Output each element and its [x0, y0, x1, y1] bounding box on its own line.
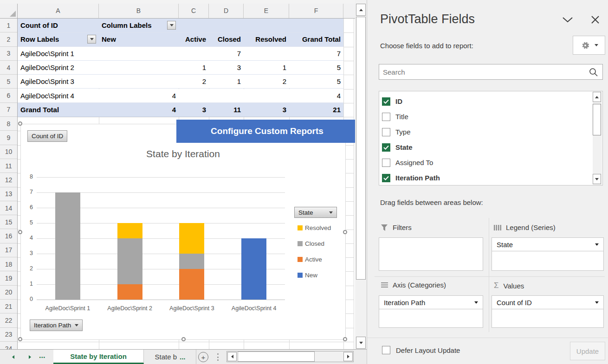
field-checkbox[interactable] [382, 174, 390, 182]
bar-segment-resolved[interactable] [117, 223, 142, 238]
list-scroll-up-button[interactable] [593, 92, 601, 102]
search-icon[interactable] [589, 68, 598, 77]
pivot-col-resolved[interactable]: Resolved [244, 32, 289, 46]
close-icon[interactable] [591, 16, 599, 24]
cell[interactable]: 4 [99, 89, 179, 102]
chart-handle-top-left[interactable] [18, 121, 22, 126]
column-header-D[interactable]: D [209, 4, 244, 18]
sheet-tab-partial[interactable]: State b ... [144, 350, 196, 364]
chart-handle-mid-left[interactable] [18, 230, 22, 234]
bar-segment-new[interactable] [241, 238, 266, 300]
row-header-8[interactable]: 8 [0, 117, 17, 131]
cell[interactable]: 3 [244, 103, 289, 116]
legend-item-closed[interactable]: Closed [298, 240, 324, 247]
cell[interactable]: 3 [179, 103, 209, 116]
cell[interactable] [244, 47, 289, 60]
cell[interactable] [99, 61, 179, 74]
scroll-right-button[interactable] [343, 352, 353, 361]
field-checkbox[interactable] [382, 143, 390, 152]
bar-segment-active[interactable] [179, 269, 204, 300]
field-item-assigned-to[interactable]: Assigned To [382, 155, 433, 170]
field-list-scrollbar[interactable] [593, 92, 602, 185]
cell[interactable]: 2 [244, 75, 289, 88]
configure-custom-reports-banner[interactable]: Configure Custom Reports [176, 120, 355, 143]
row-header-24[interactable]: 24 [0, 342, 17, 349]
pivot-col-grand-total[interactable]: Grand Total [289, 32, 343, 46]
column-header-F[interactable]: F [289, 4, 343, 18]
cell[interactable]: 4 [289, 89, 343, 102]
column-headers[interactable]: ABCDEF [0, 4, 355, 19]
chart-value-field-button[interactable]: Count of ID [27, 130, 67, 142]
row-header-11[interactable]: 11 [0, 159, 17, 173]
legend-item-active[interactable]: Active [298, 255, 322, 263]
bar-segment-closed[interactable] [55, 192, 80, 300]
field-checkbox[interactable] [382, 113, 390, 121]
pivot-cell-a1[interactable]: Count of ID [18, 19, 99, 32]
row-header-22[interactable]: 22 [0, 313, 17, 327]
next-sheet-button[interactable] [26, 353, 33, 361]
row-header-13[interactable]: 13 [0, 187, 17, 201]
chart-handle-mid-right[interactable] [343, 230, 347, 234]
bar-segment-closed[interactable] [179, 254, 204, 269]
vertical-scroll-thumb[interactable] [356, 17, 366, 280]
cell[interactable]: 3 [209, 61, 244, 74]
list-scroll-down-button[interactable] [593, 174, 601, 184]
row-label[interactable]: AgileDoc\Sprint 3 [18, 75, 99, 88]
field-checkbox[interactable] [382, 159, 390, 167]
add-sheet-button[interactable]: + [198, 352, 208, 362]
defer-layout-checkbox[interactable] [382, 346, 390, 354]
bar-segment-active[interactable] [117, 284, 142, 300]
row-header-3[interactable]: 3 [0, 47, 17, 61]
row-header-10[interactable]: 10 [0, 145, 17, 159]
row-header-23[interactable]: 23 [0, 328, 17, 342]
cell[interactable] [99, 75, 179, 88]
chart-axis-field-button[interactable]: Iteration Path [30, 319, 83, 331]
row-header-2[interactable]: 2 [0, 32, 17, 46]
chart-title[interactable]: State by Iteration [21, 148, 345, 160]
update-button[interactable]: Update [570, 342, 605, 360]
tools-button[interactable] [573, 36, 605, 55]
horizontal-scrollbar[interactable] [226, 351, 354, 362]
row-header-18[interactable]: 18 [0, 257, 17, 271]
row-header-21[interactable]: 21 [0, 300, 17, 313]
row-label[interactable]: AgileDoc\Sprint 1 [18, 47, 99, 60]
axis-drop-area[interactable]: Iteration Path [379, 295, 483, 328]
cell[interactable]: 5 [289, 75, 343, 88]
row-header-12[interactable]: 12 [0, 173, 17, 187]
field-item-state[interactable]: State [382, 140, 413, 155]
filters-drop-area[interactable] [379, 237, 483, 271]
row-header-6[interactable]: 6 [0, 89, 17, 103]
cell[interactable] [179, 47, 209, 60]
row-header-1[interactable]: 1 [0, 19, 17, 32]
row-label[interactable]: AgileDoc\Sprint 2 [18, 61, 99, 74]
column-header-B[interactable]: B [99, 4, 179, 18]
sheet-tab-state-by-iteration[interactable]: State by Iteration [53, 350, 144, 364]
column-labels-filter-button[interactable] [167, 21, 176, 30]
pivot-col-new[interactable]: New [99, 32, 179, 46]
search-input[interactable] [383, 64, 587, 79]
cell[interactable]: 7 [209, 47, 244, 60]
pivot-col-closed[interactable]: Closed [209, 32, 244, 46]
cell[interactable]: 7 [289, 47, 343, 60]
cell[interactable]: 1 [244, 61, 289, 74]
legend-field-pill[interactable]: State [492, 237, 604, 251]
pivot-cell-b1[interactable]: Column Labels [99, 19, 179, 32]
tab-options-dots-icon[interactable] [217, 353, 219, 361]
hidden-sheets-ellipsis[interactable]: ... [39, 351, 45, 360]
values-field-pill[interactable]: Count of ID [492, 295, 604, 309]
cell[interactable]: 2 [179, 75, 209, 88]
row-header-5[interactable]: 5 [0, 75, 17, 89]
scroll-left-button[interactable] [227, 352, 237, 361]
legend-item-new[interactable]: New [298, 271, 317, 279]
cell[interactable]: 21 [289, 103, 343, 116]
column-header-E[interactable]: E [244, 4, 289, 18]
cell[interactable] [99, 47, 179, 60]
chart-handle-bottom-left[interactable] [18, 337, 22, 341]
field-item-title[interactable]: Title [382, 109, 408, 124]
field-checkbox[interactable] [382, 128, 390, 136]
field-checkbox[interactable] [382, 97, 390, 106]
pivot-row-labels[interactable]: Row Labels [18, 32, 99, 46]
field-item-iteration-path[interactable]: Iteration Path [382, 170, 440, 185]
column-header-A[interactable]: A [18, 4, 99, 18]
bar-segment-resolved[interactable] [179, 223, 204, 254]
